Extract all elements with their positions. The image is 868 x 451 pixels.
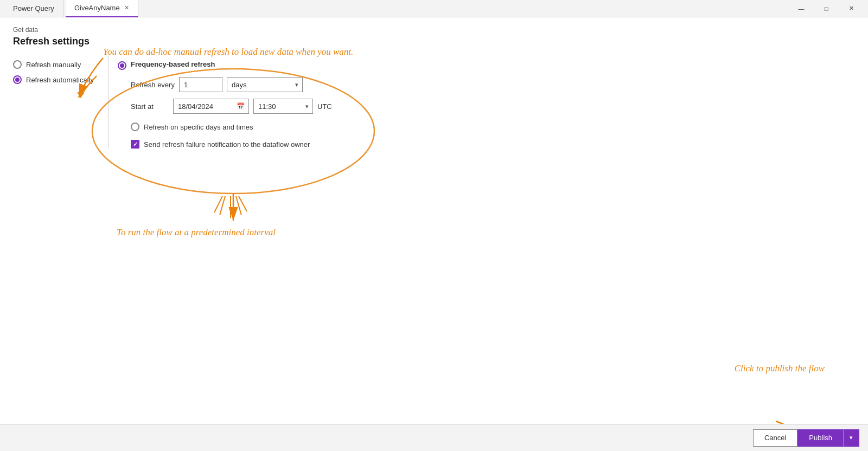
radio-group: Refresh manually Refresh automatically — [13, 56, 100, 149]
date-input-wrapper: 📅 — [173, 99, 249, 114]
time-select-wrapper: 11:30 12:00 12:30 — [253, 99, 313, 114]
frequency-title: Frequency-based refresh — [131, 60, 215, 68]
radio-refresh-manually[interactable]: Refresh manually — [13, 60, 100, 69]
chevron-down-icon: ▾ — [850, 434, 853, 441]
frequency-panel: Frequency-based refresh Refresh every da… — [118, 56, 855, 149]
tab-power-query-label: Power Query — [13, 4, 54, 12]
refresh-every-row: Refresh every days hours minutes weeks — [131, 77, 855, 92]
radio-refresh-automatically[interactable]: Refresh automatically — [13, 75, 100, 84]
svg-line-6 — [236, 196, 241, 215]
vertical-divider — [108, 56, 109, 149]
refresh-unit-wrapper: days hours minutes weeks — [227, 77, 303, 92]
tab-bar: Power Query GiveAnyName ✕ — □ ✕ — [0, 0, 868, 17]
publish-btn-group: Publish ▾ — [797, 429, 859, 447]
svg-line-7 — [214, 196, 222, 212]
maximize-icon: □ — [825, 5, 828, 12]
window-controls: — □ ✕ — [789, 0, 864, 17]
radio-circle-manually — [13, 60, 22, 69]
start-at-label: Start at — [131, 102, 169, 111]
svg-line-8 — [239, 196, 247, 211]
tab-close-icon[interactable]: ✕ — [124, 4, 129, 11]
tab-power-query[interactable]: Power Query — [4, 0, 63, 17]
publish-button[interactable]: Publish — [797, 429, 843, 447]
settings-area: Refresh manually Refresh automatically F… — [0, 51, 868, 153]
breadcrumb: Get data — [13, 26, 855, 34]
minimize-button[interactable]: — — [789, 0, 814, 17]
publish-annotation-text: Click to publish the flow — [735, 362, 825, 375]
notification-label: Send refresh failure notification to the… — [144, 140, 310, 149]
utc-label: UTC — [317, 102, 332, 111]
close-icon: ✕ — [849, 5, 854, 12]
minimize-icon: — — [799, 5, 805, 12]
tab-give-any-name-label: GiveAnyName — [74, 4, 120, 12]
close-button[interactable]: ✕ — [839, 0, 864, 17]
bottom-annotation-text: To run the flow at a predetermined inter… — [117, 226, 276, 239]
time-select[interactable]: 11:30 12:00 12:30 — [253, 99, 313, 114]
cancel-button[interactable]: Cancel — [753, 429, 797, 447]
specific-days-option[interactable]: Refresh on specific days and times — [131, 123, 855, 131]
page-header: Get data Refresh settings — [0, 17, 868, 51]
radio-frequency-circle — [118, 61, 126, 70]
refresh-unit-select[interactable]: days hours minutes weeks — [227, 77, 303, 92]
notification-checkbox-row[interactable]: ✓ Send refresh failure notification to t… — [131, 140, 855, 149]
notification-checkbox[interactable]: ✓ — [131, 140, 139, 149]
page-title: Refresh settings — [13, 36, 855, 47]
radio-label-automatically: Refresh automatically — [26, 76, 94, 84]
bottom-bar: Cancel Publish ▾ — [0, 424, 868, 451]
frequency-based-option[interactable]: Frequency-based refresh — [118, 60, 855, 70]
check-mark-icon: ✓ — [133, 141, 138, 148]
radio-label-manually: Refresh manually — [26, 61, 81, 69]
svg-line-4 — [220, 196, 225, 215]
start-at-row: Start at 📅 11:30 12:00 12:30 UTC — [131, 99, 855, 114]
date-input[interactable] — [173, 99, 249, 114]
tab-give-any-name[interactable]: GiveAnyName ✕ — [66, 0, 138, 17]
main-content: Get data Refresh settings Refresh manual… — [0, 17, 868, 451]
refresh-every-label: Refresh every — [131, 81, 175, 89]
maximize-button[interactable]: □ — [814, 0, 839, 17]
radio-specific-days-circle — [131, 123, 139, 131]
specific-days-label: Refresh on specific days and times — [144, 123, 253, 131]
publish-dropdown-button[interactable]: ▾ — [843, 429, 859, 447]
radio-circle-automatically — [13, 75, 22, 84]
refresh-every-input[interactable] — [179, 77, 222, 92]
